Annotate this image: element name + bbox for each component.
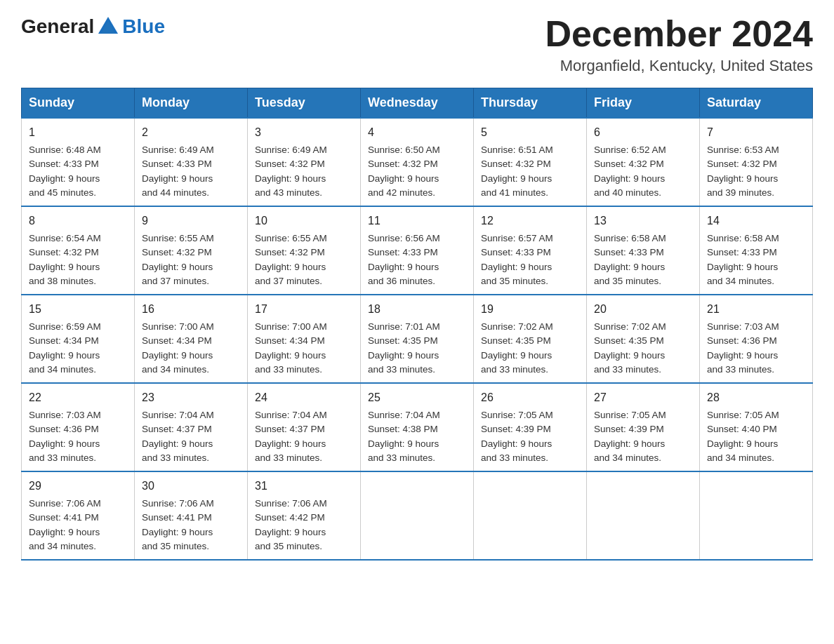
day-info: Sunrise: 7:02 AMSunset: 4:35 PMDaylight:… bbox=[594, 320, 692, 377]
day-info: Sunrise: 7:04 AMSunset: 4:37 PMDaylight:… bbox=[255, 408, 353, 465]
day-info: Sunrise: 7:01 AMSunset: 4:35 PMDaylight:… bbox=[368, 320, 466, 377]
calendar-cell: 15 Sunrise: 6:59 AMSunset: 4:34 PMDaylig… bbox=[22, 295, 135, 383]
day-number: 17 bbox=[255, 301, 353, 318]
header-day-wednesday: Wednesday bbox=[361, 88, 474, 119]
calendar-cell bbox=[587, 471, 700, 560]
day-number: 13 bbox=[594, 213, 692, 229]
page-title: December 2024 bbox=[545, 14, 813, 54]
day-number: 11 bbox=[368, 213, 466, 229]
day-info: Sunrise: 6:55 AMSunset: 4:32 PMDaylight:… bbox=[255, 232, 353, 288]
calendar-cell: 1 Sunrise: 6:48 AMSunset: 4:33 PMDayligh… bbox=[22, 118, 135, 206]
calendar-table: SundayMondayTuesdayWednesdayThursdayFrid… bbox=[21, 88, 813, 561]
calendar-cell: 21 Sunrise: 7:03 AMSunset: 4:36 PMDaylig… bbox=[700, 295, 813, 383]
calendar-cell: 22 Sunrise: 7:03 AMSunset: 4:36 PMDaylig… bbox=[22, 383, 135, 471]
day-info: Sunrise: 7:03 AMSunset: 4:36 PMDaylight:… bbox=[707, 320, 805, 377]
calendar-cell: 23 Sunrise: 7:04 AMSunset: 4:37 PMDaylig… bbox=[135, 383, 248, 471]
header: General Blue December 2024 Morganfield, … bbox=[21, 14, 813, 75]
calendar-cell: 8 Sunrise: 6:54 AMSunset: 4:32 PMDayligh… bbox=[22, 206, 135, 295]
day-info: Sunrise: 6:52 AMSunset: 4:32 PMDaylight:… bbox=[594, 143, 692, 200]
calendar-cell bbox=[700, 471, 813, 560]
day-number: 1 bbox=[29, 124, 127, 141]
day-number: 20 bbox=[594, 301, 692, 318]
day-info: Sunrise: 6:56 AMSunset: 4:33 PMDaylight:… bbox=[368, 232, 466, 288]
day-info: Sunrise: 6:51 AMSunset: 4:32 PMDaylight:… bbox=[481, 143, 579, 200]
day-number: 27 bbox=[594, 389, 692, 406]
calendar-cell: 31 Sunrise: 7:06 AMSunset: 4:42 PMDaylig… bbox=[248, 471, 361, 560]
day-info: Sunrise: 6:59 AMSunset: 4:34 PMDaylight:… bbox=[29, 320, 127, 377]
day-info: Sunrise: 6:49 AMSunset: 4:33 PMDaylight:… bbox=[142, 143, 240, 200]
header-day-monday: Monday bbox=[135, 88, 248, 119]
calendar-body: 1 Sunrise: 6:48 AMSunset: 4:33 PMDayligh… bbox=[22, 118, 813, 560]
day-info: Sunrise: 6:53 AMSunset: 4:32 PMDaylight:… bbox=[707, 143, 805, 200]
day-number: 5 bbox=[481, 124, 579, 141]
day-number: 9 bbox=[142, 213, 240, 229]
day-number: 14 bbox=[707, 213, 805, 229]
day-info: Sunrise: 6:58 AMSunset: 4:33 PMDaylight:… bbox=[594, 232, 692, 288]
day-number: 30 bbox=[142, 478, 240, 495]
calendar-cell: 30 Sunrise: 7:06 AMSunset: 4:41 PMDaylig… bbox=[135, 471, 248, 560]
day-info: Sunrise: 7:00 AMSunset: 4:34 PMDaylight:… bbox=[142, 320, 240, 377]
day-info: Sunrise: 6:54 AMSunset: 4:32 PMDaylight:… bbox=[29, 232, 127, 288]
week-row: 22 Sunrise: 7:03 AMSunset: 4:36 PMDaylig… bbox=[22, 383, 813, 471]
day-number: 31 bbox=[255, 478, 353, 495]
calendar-header: SundayMondayTuesdayWednesdayThursdayFrid… bbox=[22, 88, 813, 119]
calendar-cell: 7 Sunrise: 6:53 AMSunset: 4:32 PMDayligh… bbox=[700, 118, 813, 206]
header-day-thursday: Thursday bbox=[474, 88, 587, 119]
week-row: 15 Sunrise: 6:59 AMSunset: 4:34 PMDaylig… bbox=[22, 295, 813, 383]
day-info: Sunrise: 6:49 AMSunset: 4:32 PMDaylight:… bbox=[255, 143, 353, 200]
title-area: December 2024 Morganfield, Kentucky, Uni… bbox=[545, 14, 813, 75]
day-info: Sunrise: 7:04 AMSunset: 4:38 PMDaylight:… bbox=[368, 408, 466, 465]
day-number: 19 bbox=[481, 301, 579, 318]
calendar-cell: 11 Sunrise: 6:56 AMSunset: 4:33 PMDaylig… bbox=[361, 206, 474, 295]
day-info: Sunrise: 6:55 AMSunset: 4:32 PMDaylight:… bbox=[142, 232, 240, 288]
day-number: 22 bbox=[29, 389, 127, 406]
day-info: Sunrise: 6:57 AMSunset: 4:33 PMDaylight:… bbox=[481, 232, 579, 288]
day-number: 25 bbox=[368, 389, 466, 406]
header-day-tuesday: Tuesday bbox=[248, 88, 361, 119]
day-number: 7 bbox=[707, 124, 805, 141]
calendar-cell: 25 Sunrise: 7:04 AMSunset: 4:38 PMDaylig… bbox=[361, 383, 474, 471]
calendar-cell: 27 Sunrise: 7:05 AMSunset: 4:39 PMDaylig… bbox=[587, 383, 700, 471]
calendar-cell: 18 Sunrise: 7:01 AMSunset: 4:35 PMDaylig… bbox=[361, 295, 474, 383]
day-info: Sunrise: 7:00 AMSunset: 4:34 PMDaylight:… bbox=[255, 320, 353, 377]
day-info: Sunrise: 7:06 AMSunset: 4:41 PMDaylight:… bbox=[142, 497, 240, 554]
day-number: 3 bbox=[255, 124, 353, 141]
day-info: Sunrise: 7:06 AMSunset: 4:42 PMDaylight:… bbox=[255, 497, 353, 554]
day-info: Sunrise: 7:03 AMSunset: 4:36 PMDaylight:… bbox=[29, 408, 127, 465]
calendar-cell: 28 Sunrise: 7:05 AMSunset: 4:40 PMDaylig… bbox=[700, 383, 813, 471]
day-number: 16 bbox=[142, 301, 240, 318]
calendar-cell: 20 Sunrise: 7:02 AMSunset: 4:35 PMDaylig… bbox=[587, 295, 700, 383]
calendar-cell: 4 Sunrise: 6:50 AMSunset: 4:32 PMDayligh… bbox=[361, 118, 474, 206]
day-number: 23 bbox=[142, 389, 240, 406]
day-info: Sunrise: 6:50 AMSunset: 4:32 PMDaylight:… bbox=[368, 143, 466, 200]
header-row: SundayMondayTuesdayWednesdayThursdayFrid… bbox=[22, 88, 813, 119]
day-number: 15 bbox=[29, 301, 127, 318]
calendar-cell: 16 Sunrise: 7:00 AMSunset: 4:34 PMDaylig… bbox=[135, 295, 248, 383]
day-number: 4 bbox=[368, 124, 466, 141]
calendar-cell: 10 Sunrise: 6:55 AMSunset: 4:32 PMDaylig… bbox=[248, 206, 361, 295]
day-info: Sunrise: 7:02 AMSunset: 4:35 PMDaylight:… bbox=[481, 320, 579, 377]
day-number: 2 bbox=[142, 124, 240, 141]
day-info: Sunrise: 7:05 AMSunset: 4:39 PMDaylight:… bbox=[481, 408, 579, 465]
logo-icon bbox=[95, 14, 121, 39]
header-day-sunday: Sunday bbox=[22, 88, 135, 119]
calendar-cell bbox=[361, 471, 474, 560]
day-number: 21 bbox=[707, 301, 805, 318]
day-number: 10 bbox=[255, 213, 353, 229]
calendar-cell: 13 Sunrise: 6:58 AMSunset: 4:33 PMDaylig… bbox=[587, 206, 700, 295]
calendar-cell: 29 Sunrise: 7:06 AMSunset: 4:41 PMDaylig… bbox=[22, 471, 135, 560]
week-row: 29 Sunrise: 7:06 AMSunset: 4:41 PMDaylig… bbox=[22, 471, 813, 560]
day-number: 8 bbox=[29, 213, 127, 229]
header-day-saturday: Saturday bbox=[700, 88, 813, 119]
day-info: Sunrise: 6:58 AMSunset: 4:33 PMDaylight:… bbox=[707, 232, 805, 288]
logo-general-text: General bbox=[21, 15, 94, 38]
day-number: 12 bbox=[481, 213, 579, 229]
header-day-friday: Friday bbox=[587, 88, 700, 119]
calendar-cell: 24 Sunrise: 7:04 AMSunset: 4:37 PMDaylig… bbox=[248, 383, 361, 471]
calendar-cell: 9 Sunrise: 6:55 AMSunset: 4:32 PMDayligh… bbox=[135, 206, 248, 295]
calendar-cell: 6 Sunrise: 6:52 AMSunset: 4:32 PMDayligh… bbox=[587, 118, 700, 206]
calendar-cell: 26 Sunrise: 7:05 AMSunset: 4:39 PMDaylig… bbox=[474, 383, 587, 471]
calendar-cell: 3 Sunrise: 6:49 AMSunset: 4:32 PMDayligh… bbox=[248, 118, 361, 206]
calendar-cell: 19 Sunrise: 7:02 AMSunset: 4:35 PMDaylig… bbox=[474, 295, 587, 383]
page-subtitle: Morganfield, Kentucky, United States bbox=[545, 57, 813, 75]
